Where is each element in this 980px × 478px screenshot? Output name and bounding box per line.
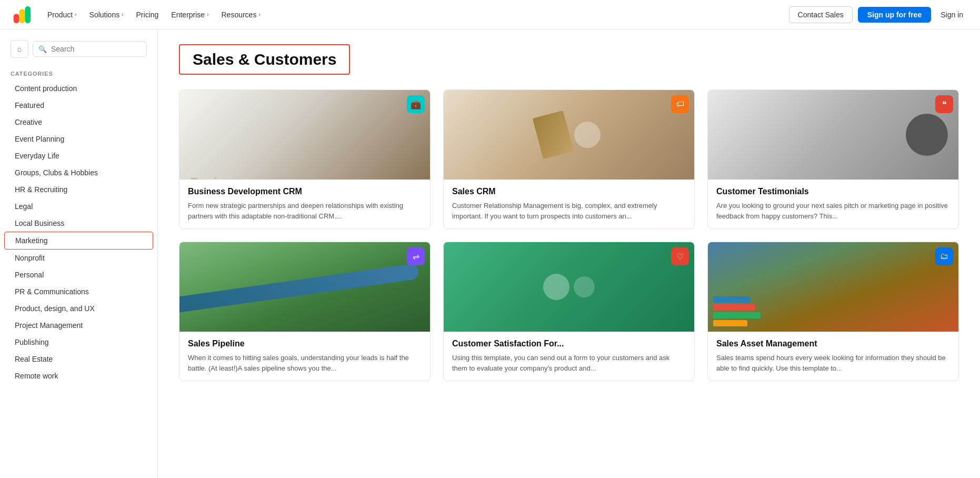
card-title-5: Sales Asset Management — [716, 339, 950, 348]
category-item-10[interactable]: Nonprofit — [4, 250, 153, 266]
card-body-0: Business Development CRMForm new strateg… — [179, 180, 430, 228]
card-description-3: When it comes to hitting sales goals, un… — [188, 353, 422, 373]
card-icon-badge-3: ⇌ — [407, 247, 425, 265]
card-description-1: Customer Relationship Management is big,… — [452, 201, 686, 221]
card-0[interactable]: Business 💼Business Development CRMForm n… — [179, 89, 431, 229]
card-2[interactable]: ❝Customer TestimonialsAre you looking to… — [707, 89, 959, 229]
chevron-down-icon: › — [122, 12, 123, 17]
card-thumbnail-0: Business — [179, 90, 430, 180]
card-1[interactable]: 🏷Sales CRMCustomer Relationship Manageme… — [443, 89, 695, 229]
card-image-5: 🗂 — [708, 242, 958, 332]
nav-item-enterprise[interactable]: Enterprise› — [166, 7, 214, 22]
nav-item-solutions[interactable]: Solutions› — [84, 7, 129, 22]
navbar-actions: Contact Sales Sign up for free Sign in — [789, 6, 967, 23]
card-image-1: 🏷 — [444, 90, 694, 180]
category-item-0[interactable]: Content production — [4, 80, 153, 97]
card-description-5: Sales teams spend hours every week looki… — [716, 353, 950, 373]
card-description-0: Form new strategic partnerships and deep… — [188, 201, 422, 221]
category-item-4[interactable]: Everyday Life — [4, 147, 153, 164]
card-body-1: Sales CRMCustomer Relationship Managemen… — [444, 180, 694, 228]
nav-item-resources[interactable]: Resources› — [216, 7, 265, 22]
card-image-0: Business 💼 — [179, 90, 430, 180]
card-title-3: Sales Pipeline — [188, 339, 422, 348]
nav-item-product[interactable]: Product› — [42, 7, 82, 22]
search-input[interactable] — [51, 45, 141, 53]
card-5[interactable]: 🗂Sales Asset ManagementSales teams spend… — [707, 242, 959, 381]
card-icon-badge-5: 🗂 — [935, 247, 953, 265]
category-item-5[interactable]: Groups, Clubs & Hobbies — [4, 164, 153, 181]
category-item-7[interactable]: Legal — [4, 198, 153, 215]
card-3[interactable]: ⇌Sales PipelineWhen it comes to hitting … — [179, 242, 431, 381]
chevron-down-icon: › — [75, 12, 76, 17]
category-item-14[interactable]: Project Management — [4, 317, 153, 334]
card-icon-badge-1: 🏷 — [671, 95, 689, 113]
card-icon-badge-4: ♡ — [671, 247, 689, 265]
category-item-2[interactable]: Creative — [4, 114, 153, 131]
chevron-down-icon: › — [258, 12, 260, 17]
card-body-5: Sales Asset ManagementSales teams spend … — [708, 332, 958, 381]
search-icon: 🔍 — [38, 45, 47, 53]
card-title-2: Customer Testimonials — [716, 187, 950, 196]
card-title-0: Business Development CRM — [188, 187, 422, 196]
card-description-4: Using this template, you can send out a … — [452, 353, 686, 373]
category-item-15[interactable]: Publishing — [4, 334, 153, 351]
card-title-4: Customer Satisfaction For... — [452, 339, 686, 348]
category-item-11[interactable]: Personal — [4, 266, 153, 283]
navbar: Product›Solutions›PricingEnterprise›Reso… — [0, 0, 980, 29]
card-body-2: Customer TestimonialsAre you looking to … — [708, 180, 958, 228]
navbar-nav: Product›Solutions›PricingEnterprise›Reso… — [42, 7, 789, 22]
card-image-3: ⇌ — [179, 242, 430, 332]
main-container: ⌂ 🔍 CATEGORIES Content productionFeature… — [0, 29, 980, 478]
category-item-8[interactable]: Local Business — [4, 215, 153, 232]
signin-link[interactable]: Sign in — [936, 7, 967, 22]
category-item-6[interactable]: HR & Recruiting — [4, 181, 153, 198]
card-thumbnail-3 — [179, 242, 430, 332]
logo[interactable] — [13, 5, 32, 24]
card-thumbnail-2 — [708, 90, 958, 180]
page-title: Sales & Customers — [193, 51, 336, 68]
card-icon-badge-2: ❝ — [935, 95, 953, 113]
card-body-4: Customer Satisfaction For...Using this t… — [444, 332, 694, 381]
nav-item-pricing[interactable]: Pricing — [131, 7, 164, 22]
card-thumbnail-1 — [444, 90, 694, 180]
sidebar-top: ⌂ 🔍 — [0, 40, 157, 66]
category-item-3[interactable]: Event Planning — [4, 131, 153, 147]
card-body-3: Sales PipelineWhen it comes to hitting s… — [179, 332, 430, 381]
signup-button[interactable]: Sign up for free — [858, 7, 931, 23]
cards-grid: Business 💼Business Development CRMForm n… — [179, 89, 959, 381]
sidebar: ⌂ 🔍 CATEGORIES Content productionFeature… — [0, 29, 158, 478]
category-item-9[interactable]: Marketing — [4, 232, 153, 250]
card-thumbnail-5 — [708, 242, 958, 332]
svg-rect-2 — [25, 6, 31, 23]
categories-list: Content productionFeaturedCreativeEvent … — [0, 80, 157, 384]
categories-label: CATEGORIES — [0, 66, 157, 80]
content-area: Sales & Customers Business 💼Business Dev… — [158, 29, 980, 478]
card-thumbnail-4 — [444, 242, 694, 332]
chevron-down-icon: › — [207, 12, 208, 17]
card-icon-badge-0: 💼 — [407, 95, 425, 113]
category-item-17[interactable]: Remote work — [4, 367, 153, 384]
card-title-1: Sales CRM — [452, 187, 686, 196]
card-4[interactable]: ♡Customer Satisfaction For...Using this … — [443, 242, 695, 381]
contact-sales-button[interactable]: Contact Sales — [789, 6, 853, 23]
sidebar-home-button[interactable]: ⌂ — [11, 40, 28, 58]
card-image-4: ♡ — [444, 242, 694, 332]
page-title-box: Sales & Customers — [179, 44, 350, 75]
category-item-1[interactable]: Featured — [4, 97, 153, 114]
sidebar-search-box[interactable]: 🔍 — [33, 41, 147, 57]
category-item-16[interactable]: Real Estate — [4, 351, 153, 367]
svg-rect-0 — [14, 14, 19, 23]
category-item-12[interactable]: PR & Communications — [4, 283, 153, 300]
card-image-2: ❝ — [708, 90, 958, 180]
category-item-13[interactable]: Product, design, and UX — [4, 300, 153, 317]
svg-rect-1 — [19, 9, 25, 23]
card-description-2: Are you looking to ground your next sale… — [716, 201, 950, 221]
home-icon: ⌂ — [17, 45, 22, 53]
